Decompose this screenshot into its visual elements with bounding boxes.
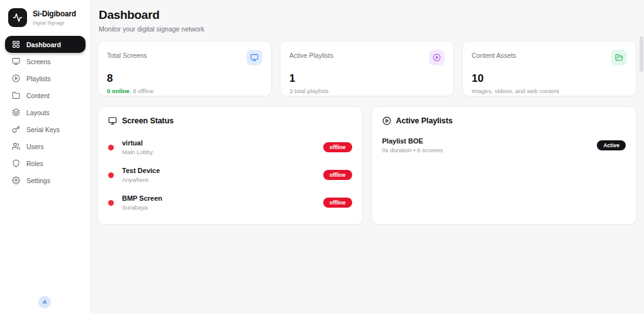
sidebar-item-label: Dashboard <box>26 41 61 48</box>
monitor-icon <box>108 116 117 125</box>
stat-label: Content Assets <box>472 50 516 59</box>
sidebar-item-label: Settings <box>26 177 50 184</box>
sidebar-item-layouts[interactable]: Layouts <box>5 104 86 121</box>
scrollbar[interactable] <box>639 0 644 314</box>
panel-title: Active Playlists <box>396 116 453 125</box>
monitor-icon <box>12 57 20 65</box>
panel-title: Screen Status <box>122 116 174 125</box>
screen-status-panel: Screen Status virtual Main Lobby offline… <box>97 106 363 225</box>
screen-row[interactable]: Test Device Anywhere offline <box>108 161 352 189</box>
play-circle-icon <box>382 116 391 125</box>
screen-location: Surabaya <box>122 204 323 211</box>
stat-card-active-playlists: Active Playlists 1 3 total playlists <box>280 41 454 96</box>
sidebar-item-label: Serial Keys <box>26 126 60 133</box>
sidebar-item-label: Layouts <box>26 109 50 116</box>
stat-subtext: 0 online, 8 offline <box>107 87 262 94</box>
sidebar-item-users[interactable]: Users <box>5 138 86 155</box>
stat-label: Active Playlists <box>289 50 333 59</box>
key-icon <box>12 125 20 133</box>
sidebar-nav: Dashboard Screens Playlists Content Layo… <box>0 33 91 189</box>
stats-row: Total Screens 8 0 online, 8 offline Acti… <box>91 41 644 96</box>
screen-row[interactable]: BMP Screen Surabaya offline <box>108 189 352 216</box>
panels-row: Screen Status virtual Main Lobby offline… <box>91 106 644 225</box>
users-icon <box>12 142 20 150</box>
shield-icon <box>12 159 20 167</box>
sidebar-item-content[interactable]: Content <box>5 87 86 104</box>
brand: Si-Digiboard Digital Signage <box>0 0 91 33</box>
screen-name: virtual <box>122 139 323 147</box>
online-count: 0 online <box>107 87 130 94</box>
sidebar-item-roles[interactable]: Roles <box>5 155 86 172</box>
main-content: Dashboard Monitor your digital signage n… <box>91 0 644 314</box>
stat-label: Total Screens <box>107 50 147 59</box>
status-badge: offline <box>323 142 352 153</box>
sidebar-item-label: Content <box>26 92 50 99</box>
screen-location: Main Lobby <box>122 149 323 155</box>
dashboard-grid-icon <box>12 40 20 48</box>
sidebar: Si-Digiboard Digital Signage Dashboard S… <box>0 0 91 314</box>
playlist-meta: 0s duration • 6 screens <box>382 147 597 154</box>
sidebar-item-screens[interactable]: Screens <box>5 53 86 70</box>
user-avatar[interactable]: A <box>38 296 51 308</box>
monitor-icon <box>247 50 262 65</box>
page-title: Dashboard <box>99 8 644 22</box>
stat-value: 10 <box>472 72 627 85</box>
status-dot-offline <box>108 145 114 150</box>
stat-subtext: 3 total playlists <box>289 87 445 94</box>
page-subtitle: Monitor your digital signage network <box>99 25 644 33</box>
sidebar-item-label: Playlists <box>26 75 51 82</box>
folder-open-icon <box>611 50 627 65</box>
sidebar-item-playlists[interactable]: Playlists <box>5 70 86 87</box>
sidebar-item-label: Screens <box>26 58 51 65</box>
status-dot-offline <box>108 200 114 206</box>
sidebar-item-dashboard[interactable]: Dashboard <box>5 36 86 53</box>
playlist-row[interactable]: Playlist BOE 0s duration • 6 screens Act… <box>382 133 626 157</box>
offline-count: , 8 offline <box>130 87 153 94</box>
page-header: Dashboard Monitor your digital signage n… <box>91 0 644 33</box>
status-dot-offline <box>108 172 114 178</box>
screen-row[interactable]: virtual Main Lobby offline <box>108 133 352 161</box>
play-circle-icon <box>429 50 445 65</box>
stat-value: 8 <box>107 72 262 85</box>
stat-card-content-assets: Content Assets 10 Images, videos, and we… <box>462 41 636 96</box>
brand-logo <box>8 8 27 27</box>
brand-tagline: Digital Signage <box>33 20 76 26</box>
playlist-name: Playlist BOE <box>382 137 597 145</box>
status-badge: offline <box>323 198 352 208</box>
gear-icon <box>12 176 20 184</box>
status-badge: offline <box>323 170 352 181</box>
sidebar-item-serial-keys[interactable]: Serial Keys <box>5 121 86 138</box>
activity-pulse-icon <box>13 13 23 23</box>
sidebar-item-settings[interactable]: Settings <box>5 172 86 189</box>
layers-icon <box>12 108 20 116</box>
sidebar-item-label: Users <box>26 143 43 150</box>
brand-name: Si-Digiboard <box>33 9 76 18</box>
sidebar-item-label: Roles <box>26 160 43 167</box>
stat-card-total-screens: Total Screens 8 0 online, 8 offline <box>97 41 272 96</box>
screen-location: Anywhere <box>122 176 323 183</box>
stat-subtext: Images, videos, and web content <box>472 87 627 94</box>
playlist-status-badge: Active <box>597 140 626 151</box>
screen-name: BMP Screen <box>122 194 323 202</box>
stat-value: 1 <box>289 72 445 85</box>
scrollbar-thumb[interactable] <box>640 36 643 72</box>
screen-name: Test Device <box>122 167 323 174</box>
folder-icon <box>12 91 20 99</box>
play-circle-icon <box>12 74 20 82</box>
active-playlists-panel: Active Playlists Playlist BOE 0s duratio… <box>372 106 637 225</box>
